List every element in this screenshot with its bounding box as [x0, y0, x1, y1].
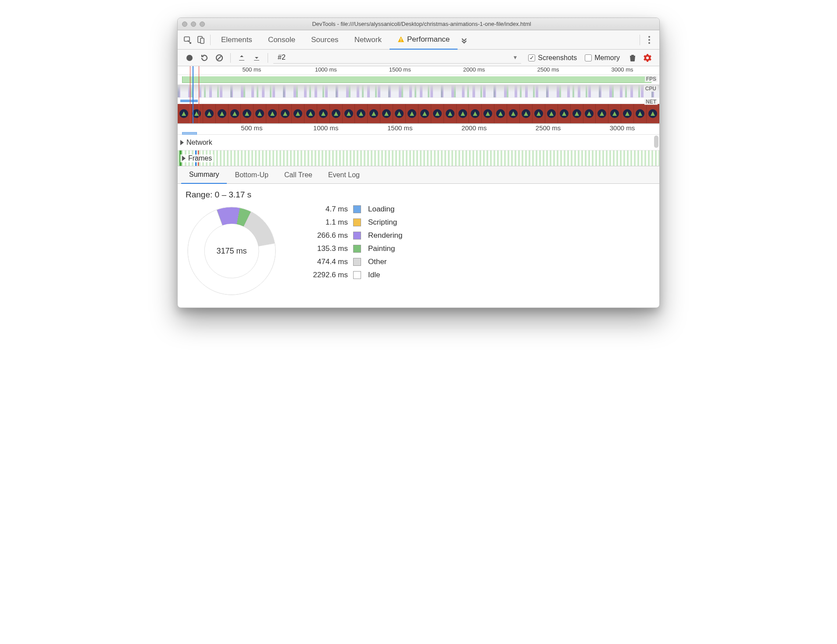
track-label: Network [186, 139, 212, 147]
cpu-lane: CPU [178, 85, 659, 98]
svg-rect-0 [184, 37, 190, 41]
filmstrip-frame[interactable] [596, 104, 608, 123]
filmstrip-frame[interactable] [533, 104, 545, 123]
legend-label: Painting [368, 244, 402, 253]
inspect-icon[interactable] [181, 33, 194, 47]
screenshots-checkbox[interactable]: ✓ Screenshots [528, 54, 577, 62]
lane-label: CPU [644, 86, 658, 92]
filmstrip-frame[interactable] [355, 104, 368, 123]
filmstrip-frame[interactable] [558, 104, 571, 123]
details-tab-event-log[interactable]: Event Log [320, 166, 368, 184]
filmstrip-frame[interactable] [203, 104, 216, 123]
overview-ruler[interactable]: 500 ms1000 ms1500 ms2000 ms2500 ms3000 m… [178, 66, 659, 75]
ruler-tick: 2000 ms [463, 66, 485, 73]
tab-console[interactable]: Console [260, 30, 303, 50]
tab-elements[interactable]: Elements [213, 30, 260, 50]
legend-swatch [353, 271, 361, 279]
filmstrip-frame[interactable] [494, 104, 507, 123]
flame-chart-area[interactable]: 500 ms1000 ms1500 ms2000 ms2500 ms3000 m… [178, 124, 659, 166]
frames-track-row[interactable]: Frames [178, 150, 659, 166]
filmstrip-frame[interactable] [190, 104, 203, 123]
filmstrip-frame[interactable] [571, 104, 583, 123]
details-tab-call-tree[interactable]: Call Tree [276, 166, 320, 184]
legend-swatch [353, 218, 361, 226]
filmstrip-frame[interactable] [457, 104, 469, 123]
filmstrip-frame[interactable] [279, 104, 292, 123]
filmstrip-frame[interactable] [520, 104, 533, 123]
devtools-settings-icon[interactable] [643, 36, 656, 44]
legend-value: 266.6 ms [300, 231, 348, 240]
filmstrip-frame[interactable] [647, 104, 659, 123]
filmstrip-frame[interactable] [292, 104, 304, 123]
minimize-icon[interactable] [191, 21, 196, 27]
flame-chart-ruler[interactable]: 500 ms1000 ms1500 ms2000 ms2500 ms3000 m… [178, 124, 659, 134]
filmstrip-frame[interactable] [241, 104, 254, 123]
legend-swatch [353, 205, 361, 213]
filmstrip-frame[interactable] [178, 104, 190, 123]
filmstrip-frame[interactable] [317, 104, 330, 123]
filmstrip-frame[interactable] [621, 104, 634, 123]
filmstrip-frame[interactable] [507, 104, 520, 123]
load-profile-button[interactable] [236, 52, 248, 64]
disclosure-icon [182, 156, 186, 161]
delete-recording-button[interactable] [626, 52, 639, 64]
legend-value: 2292.6 ms [300, 271, 348, 279]
capture-settings-icon[interactable] [641, 52, 654, 64]
ruler-tick: 500 ms [243, 66, 261, 73]
filmstrip-frame[interactable] [406, 104, 418, 123]
track-label: Frames [188, 154, 212, 162]
device-toggle-icon[interactable] [194, 33, 207, 47]
main-tabstrip: ElementsConsoleSourcesNetworkPerformance [178, 30, 659, 50]
legend-value: 135.3 ms [300, 244, 348, 253]
close-icon[interactable] [182, 21, 187, 27]
tab-network[interactable]: Network [347, 30, 390, 50]
more-tabs-icon[interactable] [458, 36, 471, 44]
network-track-row[interactable]: Network [178, 134, 659, 150]
filmstrip-frame[interactable] [608, 104, 621, 123]
screenshot-filmstrip[interactable] [178, 104, 659, 123]
recording-selector[interactable]: #2 ▼ [273, 52, 521, 64]
save-profile-button[interactable] [250, 52, 263, 64]
details-tab-bottom-up[interactable]: Bottom-Up [227, 166, 276, 184]
filmstrip-frame[interactable] [393, 104, 406, 123]
reload-button[interactable] [198, 52, 211, 64]
tab-label: Elements [221, 36, 252, 44]
filmstrip-frame[interactable] [330, 104, 343, 123]
legend-value: 4.7 ms [300, 205, 348, 214]
filmstrip-frame[interactable] [229, 104, 241, 123]
chevron-down-icon: ▼ [512, 54, 518, 61]
ruler-tick: 1500 ms [387, 124, 413, 132]
filmstrip-frame[interactable] [634, 104, 647, 123]
filmstrip-frame[interactable] [343, 104, 355, 123]
tab-performance[interactable]: Performance [390, 30, 458, 50]
legend-swatch [353, 232, 361, 240]
filmstrip-frame[interactable] [545, 104, 558, 123]
filmstrip-frame[interactable] [304, 104, 317, 123]
scrollbar-thumb[interactable] [654, 136, 658, 148]
recording-name: #2 [278, 54, 286, 61]
memory-label: Memory [594, 54, 620, 62]
filmstrip-frame[interactable] [216, 104, 229, 123]
legend-swatch [353, 245, 361, 253]
lane-label: NET [644, 99, 658, 105]
filmstrip-frame[interactable] [482, 104, 494, 123]
filmstrip-frame[interactable] [444, 104, 457, 123]
filmstrip-frame[interactable] [254, 104, 266, 123]
zoom-icon[interactable] [200, 21, 205, 27]
overview-pane[interactable]: 500 ms1000 ms1500 ms2000 ms2500 ms3000 m… [178, 66, 659, 124]
ruler-tick: 1500 ms [389, 66, 411, 73]
legend-label: Loading [368, 205, 402, 214]
filmstrip-frame[interactable] [431, 104, 444, 123]
filmstrip-frame[interactable] [583, 104, 596, 123]
fps-lane: FPS [178, 75, 659, 85]
filmstrip-frame[interactable] [380, 104, 393, 123]
filmstrip-frame[interactable] [368, 104, 380, 123]
filmstrip-frame[interactable] [418, 104, 431, 123]
filmstrip-frame[interactable] [469, 104, 482, 123]
memory-checkbox[interactable]: Memory [585, 54, 620, 62]
record-button[interactable] [183, 52, 196, 64]
clear-button[interactable] [213, 52, 225, 64]
tab-sources[interactable]: Sources [303, 30, 346, 50]
filmstrip-frame[interactable] [266, 104, 279, 123]
details-tab-summary[interactable]: Summary [181, 166, 227, 184]
